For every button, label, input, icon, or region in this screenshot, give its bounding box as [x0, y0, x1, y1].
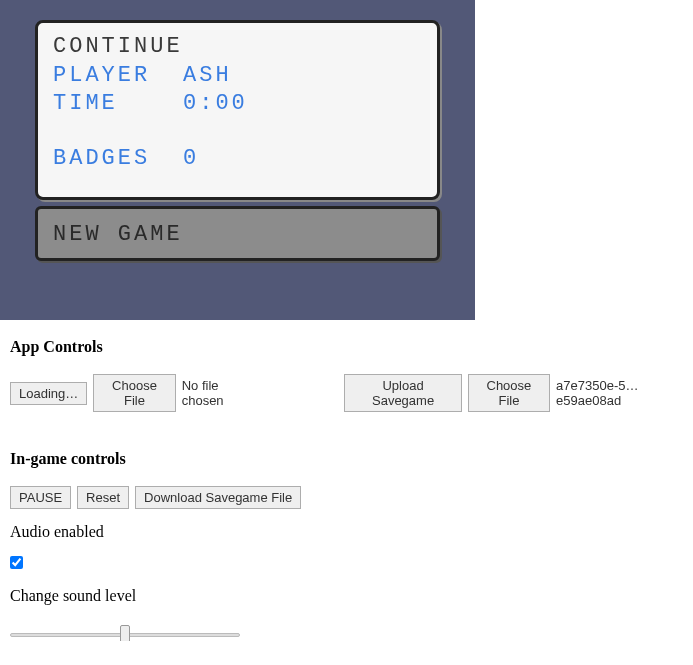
no-file-chosen-label: No file chosen: [182, 378, 258, 408]
loading-button[interactable]: Loading…: [10, 382, 87, 405]
audio-enabled-label: Audio enabled: [10, 523, 693, 541]
stat-value-player: ASH: [183, 62, 232, 91]
sound-level-slider[interactable]: [10, 633, 240, 637]
newgame-panel[interactable]: NEW GAME: [35, 206, 440, 261]
stat-row-time: TIME 0:00: [53, 90, 422, 119]
reset-button[interactable]: Reset: [77, 486, 129, 509]
stat-label-badges: BADGES: [53, 145, 183, 174]
choose-file-button-2[interactable]: Choose File: [468, 374, 550, 412]
stat-label-time: TIME: [53, 90, 183, 119]
stat-row-badges: BADGES 0: [53, 145, 422, 174]
app-controls-title: App Controls: [10, 338, 693, 356]
sound-level-label: Change sound level: [10, 587, 693, 605]
game-screen: CONTINUE PLAYER ASH TIME 0:00 BADGES 0 N…: [0, 0, 475, 320]
download-savegame-button[interactable]: Download Savegame File: [135, 486, 301, 509]
stat-spacer: [53, 119, 422, 145]
upload-savegame-button[interactable]: Upload Savegame: [344, 374, 461, 412]
continue-panel[interactable]: CONTINUE PLAYER ASH TIME 0:00 BADGES 0: [35, 20, 440, 200]
ingame-controls-row: PAUSE Reset Download Savegame File: [10, 486, 693, 509]
savegame-filename-label: a7e7350e-5…e59ae08ad: [556, 378, 693, 408]
stat-row-player: PLAYER ASH: [53, 62, 422, 91]
continue-title: CONTINUE: [53, 33, 422, 62]
stat-label-player: PLAYER: [53, 62, 183, 91]
choose-file-button-1[interactable]: Choose File: [93, 374, 175, 412]
newgame-label: NEW GAME: [53, 221, 422, 250]
pause-button[interactable]: PAUSE: [10, 486, 71, 509]
stat-value-badges: 0: [183, 145, 199, 174]
app-controls-row: Loading… Choose File No file chosen Uplo…: [10, 374, 693, 412]
audio-enabled-checkbox[interactable]: [10, 556, 23, 569]
stat-value-time: 0:00: [183, 90, 248, 119]
ingame-controls-title: In-game controls: [10, 450, 693, 468]
